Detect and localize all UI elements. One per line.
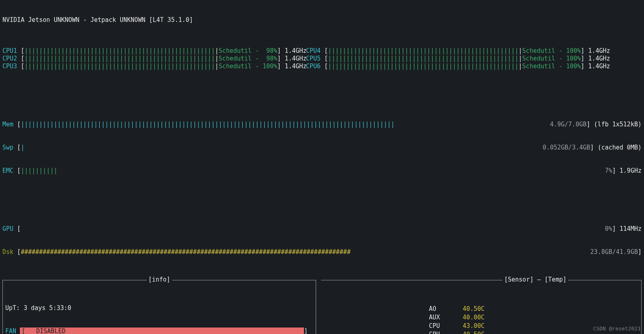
swp-bar: | [21, 144, 24, 152]
swp-label: Swp [2, 144, 13, 152]
gpu-label: GPU [2, 225, 13, 233]
sensor-panel-title: [Sensor] — [Temp] [502, 276, 568, 284]
sensor-row: GPU 40.50C [429, 331, 492, 334]
gpu-row: GPU [ 0%] 114MHz [2, 225, 642, 233]
sensor-name: CPU [429, 322, 462, 330]
emc-bar: |||||||||| [21, 167, 57, 175]
cpu-row-cpu5: CPU5 [||||||||||||||||||||||||||||||||||… [306, 55, 610, 63]
sensor-name: AO [429, 305, 462, 313]
dsk-row: Dsk [###################################… [2, 248, 642, 256]
sensor-temp: 40.50C [463, 305, 492, 313]
sensor-row: AO 40.50C [429, 305, 492, 313]
fan-row: FAN [ DISABLED] [5, 327, 313, 334]
sensor-name: GPU [429, 331, 462, 334]
sensor-name: AUX [429, 314, 462, 321]
cpu-row-cpu2: CPU2 [||||||||||||||||||||||||||||||||||… [2, 55, 306, 63]
dsk-bar: ########################################… [21, 248, 351, 256]
watermark: CSDN @reset2021 [593, 325, 641, 332]
cpu-block: CPU1 [||||||||||||||||||||||||||||||||||… [2, 47, 642, 70]
cpu-row-cpu4: CPU4 [||||||||||||||||||||||||||||||||||… [306, 47, 610, 55]
sensor-table: AO 40.50C AUX 40.00C CPU 43.00C GPU 40.5… [428, 304, 493, 334]
uptime: UpT: 3 days 5:33:0 [5, 304, 313, 312]
mem-bar: ||||||||||||||||||||||||||||||||||||||||… [21, 121, 394, 128]
dsk-label: Dsk [2, 248, 13, 256]
info-panel-title: [info] [146, 276, 172, 284]
cpu-row-cpu3: CPU3 [||||||||||||||||||||||||||||||||||… [2, 63, 306, 70]
cpu-row-cpu6: CPU6 [||||||||||||||||||||||||||||||||||… [306, 63, 610, 70]
sensor-row: CPU 43.00C [429, 322, 492, 330]
cpu-row-cpu1: CPU1 [||||||||||||||||||||||||||||||||||… [2, 47, 306, 55]
emc-row: EMC [|||||||||| 7%] 1.9GHz [2, 167, 642, 175]
fan-disabled-bar: [ DISABLED [20, 327, 304, 334]
info-panel: [info] UpT: 3 days 5:33:0 FAN [ DISABLED… [2, 280, 316, 334]
sensor-row: AUX 40.00C [429, 314, 492, 321]
emc-label: EMC [2, 167, 13, 175]
swp-row: Swp [| 0.052GB/3.4GB] (cached 0MB) [2, 144, 642, 152]
sensor-temp: 40.50C [463, 331, 492, 334]
header-line: NVIDIA Jetson UNKNOWN - Jetpack UNKNOWN … [2, 16, 642, 24]
sensor-temp: 43.00C [463, 322, 492, 330]
sensor-temp: 40.00C [463, 314, 492, 321]
mem-label: Mem [2, 121, 13, 128]
mem-row: Mem [|||||||||||||||||||||||||||||||||||… [2, 121, 642, 128]
